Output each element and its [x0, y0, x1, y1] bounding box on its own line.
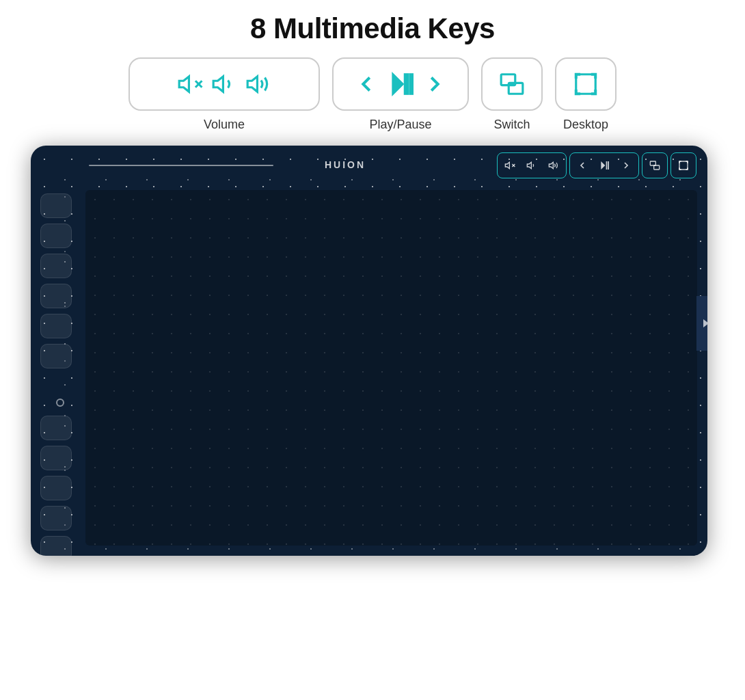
svg-rect-20: [654, 165, 660, 170]
desktop-group: Desktop: [555, 57, 617, 132]
tablet-scroll-bar: [89, 165, 273, 166]
svg-marker-11: [505, 162, 509, 168]
switch-icon-box: [481, 57, 543, 111]
tablet-switch-btn[interactable]: [645, 155, 665, 176]
side-btn-11[interactable]: [40, 536, 72, 556]
tablet-drawing-area[interactable]: [85, 190, 697, 546]
svg-rect-21: [679, 161, 688, 170]
tablet-volume-btn-group: [497, 152, 567, 178]
svg-marker-14: [527, 162, 531, 168]
tablet-side-buttons: [40, 193, 72, 368]
tablet-next-btn[interactable]: [616, 155, 636, 176]
svg-rect-17: [606, 161, 608, 170]
icon-groups-container: Volume Play/Pause: [128, 57, 617, 132]
volume-label: Volume: [204, 118, 245, 132]
switch-label: Switch: [493, 118, 530, 132]
side-buttons-lower: [40, 416, 72, 556]
tablet-desktop-btn-group: [670, 152, 696, 178]
prev-icon: [353, 71, 379, 97]
side-btn-8[interactable]: [40, 446, 72, 470]
svg-rect-7: [410, 75, 414, 94]
volume-mute-icon: [177, 71, 203, 97]
side-tab-triangle: [703, 319, 707, 327]
huion-logo: HUION: [325, 159, 366, 170]
svg-marker-5: [393, 75, 403, 94]
playpause-label: Play/Pause: [369, 118, 431, 132]
tablet-device: HUION: [31, 146, 707, 556]
side-btn-9[interactable]: [40, 476, 72, 500]
svg-marker-15: [549, 162, 553, 168]
side-btn-2[interactable]: [40, 224, 72, 248]
playpause-icon-box: [332, 57, 469, 111]
switch-group: Switch: [481, 57, 543, 132]
svg-marker-4: [247, 77, 257, 92]
tablet-media-btn-group: [569, 152, 639, 178]
volume-low-icon: [211, 71, 237, 97]
tablet-play-btn[interactable]: [594, 155, 614, 176]
tablet-vol-mute-btn[interactable]: [500, 155, 520, 176]
svg-marker-0: [179, 77, 189, 92]
side-btn-1[interactable]: [40, 193, 72, 218]
tablet-switch-btn-group: [642, 152, 668, 178]
next-icon: [422, 71, 448, 97]
tablet-top-buttons: [497, 152, 696, 178]
tablet-wrapper: HUION: [31, 146, 714, 556]
volume-high-icon: [245, 71, 271, 97]
svg-rect-18: [608, 161, 609, 170]
desktop-icon-box: [555, 57, 617, 111]
page-title: 8 Multimedia Keys: [250, 12, 495, 45]
svg-rect-19: [650, 161, 655, 165]
side-tab: [696, 296, 707, 351]
svg-rect-6: [405, 75, 408, 94]
svg-marker-16: [601, 161, 605, 170]
side-btn-4[interactable]: [40, 284, 72, 308]
side-btn-5[interactable]: [40, 314, 72, 338]
svg-rect-10: [576, 75, 596, 94]
side-btn-6[interactable]: [40, 344, 72, 368]
volume-icon-box: [128, 57, 320, 111]
side-btn-7[interactable]: [40, 416, 72, 440]
tablet-vol-low-btn[interactable]: [522, 155, 542, 176]
play-pause-icon: [388, 71, 414, 97]
side-btn-10[interactable]: [40, 506, 72, 530]
tablet-desktop-btn[interactable]: [673, 155, 694, 176]
switch-icon: [499, 71, 525, 97]
tablet-prev-btn[interactable]: [572, 155, 593, 176]
playpause-group: Play/Pause: [332, 57, 469, 132]
svg-marker-3: [213, 77, 223, 92]
led-indicator: [56, 399, 64, 407]
tablet-vol-high-btn[interactable]: [543, 155, 564, 176]
volume-group: Volume: [128, 57, 320, 132]
side-btn-3[interactable]: [40, 254, 72, 278]
desktop-label: Desktop: [563, 118, 608, 132]
desktop-icon: [573, 71, 599, 97]
